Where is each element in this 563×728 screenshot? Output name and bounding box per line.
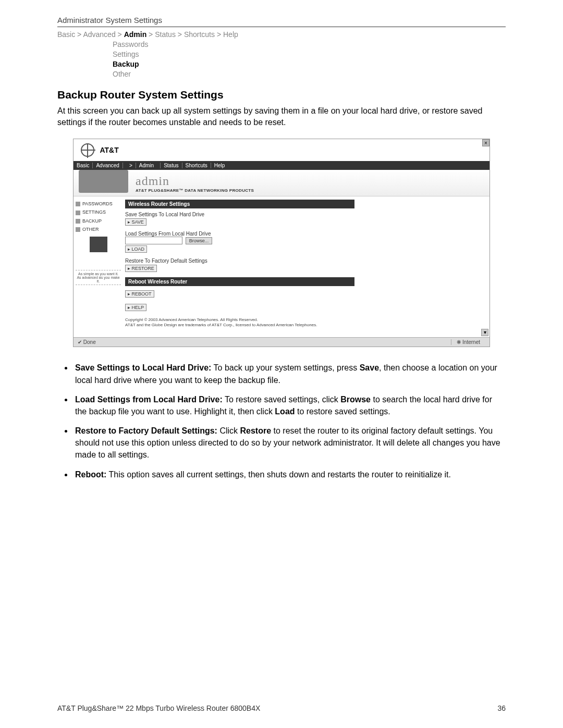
submenu-other[interactable]: Other (113, 69, 506, 79)
list-item: Load Settings from Local Hard Drive: To … (73, 393, 506, 417)
breadcrumb: Basic > Advanced > Admin > Status > Shor… (57, 30, 506, 39)
save-label: Save Settings To Local Hard Drive (125, 212, 485, 217)
crumb-shortcuts[interactable]: Shortcuts (184, 30, 215, 39)
nav-admin[interactable]: > Admin (123, 163, 161, 168)
house-icon (90, 237, 107, 252)
crumb-admin[interactable]: Admin (124, 30, 147, 39)
restore-button[interactable]: ▸ RESTORE (125, 265, 157, 272)
crumb-advanced[interactable]: Advanced (83, 30, 115, 39)
list-item: Restore to Factory Default Settings: Cli… (73, 425, 506, 461)
leftnav-backup[interactable]: BACKUP (76, 217, 121, 225)
leftnav-settings[interactable]: SETTINGS (76, 208, 121, 216)
globe-icon (81, 143, 94, 157)
nav-basic[interactable]: Basic (74, 163, 93, 168)
section-intro: At this screen you can back up all syste… (57, 105, 506, 129)
router-screenshot: × AT&T BasicAdvanced> AdminStatusShortcu… (73, 139, 490, 347)
crumb-status[interactable]: Status (155, 30, 176, 39)
footer-product: AT&T Plug&Share™ 22 Mbps Turbo Wireless … (57, 704, 260, 712)
status-bar: ✔ Done ❋ Internet (74, 337, 489, 347)
reboot-button[interactable]: ▸ REBOOT (125, 290, 154, 298)
nav-advanced[interactable]: Advanced (93, 163, 123, 168)
leftnav-passwords[interactable]: PASSWORDS (76, 200, 121, 208)
brand-label: AT&T (100, 146, 118, 154)
panel-bar-reboot: Reboot Wireless Router (125, 277, 354, 286)
copyright-line2: AT&T and the Globe Design are trademarks… (125, 323, 485, 328)
page-header: Administrator System Settings (57, 16, 506, 24)
help-button[interactable]: ▸ HELP (125, 304, 146, 311)
bullet-icon (76, 227, 80, 232)
submenu-passwords[interactable]: Passwords (113, 40, 506, 50)
section-heading: Backup Router System Settings (57, 89, 506, 101)
copyright-line1: Copyright © 2003 Advanced American Telep… (125, 317, 485, 323)
nav-shortcuts[interactable]: Shortcuts (182, 163, 211, 168)
submenu-backup[interactable]: Backup (113, 59, 506, 69)
submenu-settings[interactable]: Settings (113, 50, 506, 59)
scroll-down-icon[interactable]: ▾ (481, 329, 488, 336)
footer-page-number: 36 (497, 704, 506, 712)
nav-help[interactable]: Help (211, 163, 228, 168)
browse-button[interactable]: Browse... (186, 237, 213, 244)
load-button[interactable]: ▸ LOAD (125, 245, 147, 253)
restore-label: Restore To Factory Default Settings (125, 258, 485, 264)
router-leftnav: PASSWORDS SETTINGS BACKUP OTHER As simpl… (74, 196, 123, 330)
list-item: Save Settings to Local Hard Drive: To ba… (73, 362, 506, 386)
instructions-list: Save Settings to Local Hard Drive: To ba… (73, 362, 506, 480)
banner-image (79, 170, 128, 193)
panel-bar-settings: Wireless Router Settings (125, 200, 354, 208)
list-item: Reboot: This option saves all current se… (73, 468, 506, 480)
banner-tag: AT&T PLUG&SHARE™ DATA NETWORKING PRODUCT… (136, 188, 254, 193)
status-internet: ❋ Internet (451, 339, 485, 345)
header-rule (57, 27, 506, 27)
close-icon[interactable]: × (482, 139, 489, 146)
banner-title: admin (136, 174, 254, 188)
nav-status[interactable]: Status (161, 163, 182, 168)
bullet-icon (76, 219, 80, 224)
file-path-input[interactable] (125, 237, 182, 244)
admin-submenu: Passwords Settings Backup Other (113, 40, 506, 79)
load-label: Load Settings From Local Hard Drive (125, 231, 485, 237)
crumb-basic[interactable]: Basic (57, 30, 75, 39)
leftnav-other[interactable]: OTHER (76, 225, 121, 233)
router-topnav: BasicAdvanced> AdminStatusShortcutsHelp (74, 161, 489, 170)
status-done: ✔ Done (78, 339, 96, 345)
bullet-icon (76, 202, 80, 206)
slogan: As simple as you want it. As advanced as… (76, 270, 121, 285)
crumb-help[interactable]: Help (223, 30, 238, 39)
save-button[interactable]: ▸ SAVE (125, 218, 146, 226)
bullet-icon (76, 211, 80, 215)
page-footer: AT&T Plug&Share™ 22 Mbps Turbo Wireless … (57, 704, 506, 712)
